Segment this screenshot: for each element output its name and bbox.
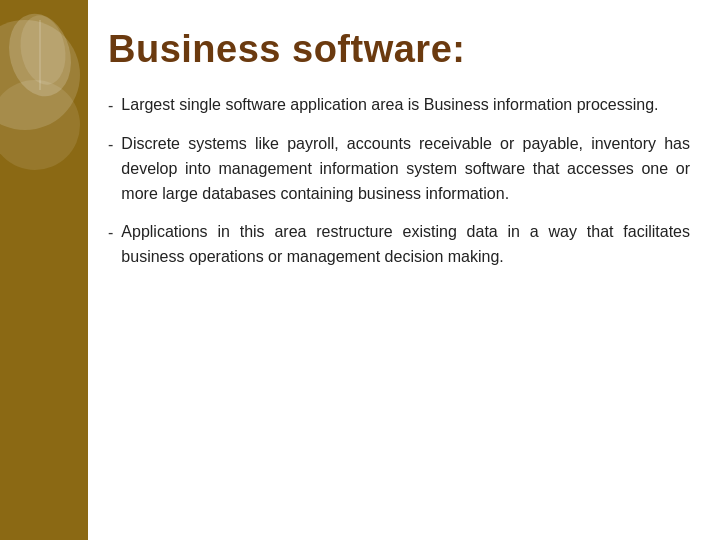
list-item: - Largest single software application ar… xyxy=(108,93,690,118)
slide-container: Business software: - Largest single soft… xyxy=(0,0,720,540)
bullet-dash-2: - xyxy=(108,133,113,157)
left-panel xyxy=(0,0,88,540)
list-item: - Discrete systems like payroll, account… xyxy=(108,132,690,206)
list-item: - Applications in this area restructure … xyxy=(108,220,690,270)
slide-title: Business software: xyxy=(108,28,690,71)
bullet-dash-1: - xyxy=(108,94,113,118)
decorative-leaf-icon xyxy=(5,10,75,100)
bullet-text-3: Applications in this area restructure ex… xyxy=(121,220,690,270)
bullet-dash-3: - xyxy=(108,221,113,245)
bullet-text-1: Largest single software application area… xyxy=(121,93,658,118)
bullet-list: - Largest single software application ar… xyxy=(108,93,690,270)
bullet-text-2: Discrete systems like payroll, accounts … xyxy=(121,132,690,206)
content-area: Business software: - Largest single soft… xyxy=(88,0,720,540)
